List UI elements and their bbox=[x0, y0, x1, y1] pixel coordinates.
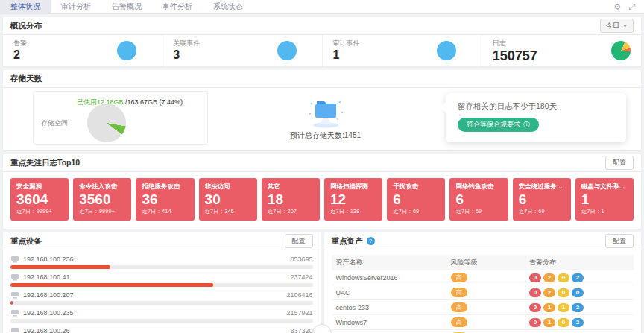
alarm-badge-low: 2 bbox=[572, 318, 584, 327]
tab-system-status[interactable]: 系统状态 bbox=[203, 0, 253, 13]
log-card-recent: 近7日：138 bbox=[330, 208, 376, 215]
alarm-badge-low: 2 bbox=[572, 273, 584, 282]
log-card[interactable]: 磁盘与文件系... 1 近7日：1 bbox=[575, 178, 634, 221]
alarm-badges: 0 2 0 0 bbox=[529, 288, 584, 297]
log-card[interactable]: 网络钓鱼攻击 6 近7日：69 bbox=[449, 178, 508, 221]
device-ip: 192.168.100.236 bbox=[23, 256, 74, 263]
storage-title: 存储天数 bbox=[10, 74, 42, 84]
device-bar-fill bbox=[10, 283, 213, 287]
tab-event-analysis[interactable]: 事件分析 bbox=[152, 0, 203, 13]
help-icon[interactable]: ? bbox=[367, 237, 375, 245]
log-card[interactable]: 安全漏洞 3604 近7日：9999+ bbox=[10, 178, 69, 221]
key-devices-title: 重点设备 bbox=[10, 236, 42, 247]
asset-row[interactable]: 192.168.100.11 中 0 0 1 0 bbox=[332, 330, 634, 333]
asset-row[interactable]: WindowsServer2016 高 0 2 0 2 bbox=[332, 270, 634, 285]
key-assets-config-button[interactable]: 配置 bbox=[605, 234, 634, 248]
device-row[interactable]: 192.168.100.41 237424 bbox=[10, 273, 313, 287]
log-card-recent: 近7日：69 bbox=[519, 208, 565, 215]
overview-card: 概况分布 今日 ▼ 告警 2 关联事件 3 审计事件 1 bbox=[3, 17, 641, 66]
asset-name: UAC bbox=[332, 285, 446, 300]
log-card[interactable]: 网络扫描探测 12 近7日：138 bbox=[324, 178, 382, 221]
device-count: 2157921 bbox=[286, 309, 312, 317]
log-card-recent: 近7日：69 bbox=[455, 208, 502, 215]
storage-space-label: 存储空间 bbox=[41, 118, 68, 128]
gear-icon[interactable]: ⚙ bbox=[613, 2, 621, 12]
top-logs-row: 安全漏洞 3604 近7日：9999+ 命令注入攻击 3560 近7日：9999… bbox=[3, 172, 641, 229]
device-row[interactable]: 192.168.100.235 2157921 bbox=[10, 309, 313, 323]
top-logs-config-button[interactable]: 配置 bbox=[605, 156, 634, 170]
column-header-asset-name: 资产名称 bbox=[332, 255, 446, 270]
log-card-value: 6 bbox=[455, 191, 502, 208]
device-icon bbox=[10, 291, 19, 299]
log-card-name: 命令注入攻击 bbox=[79, 183, 125, 191]
alarm-badge-high: 2 bbox=[543, 288, 555, 297]
compliance-text: 留存相关的日志不少于180天 bbox=[458, 101, 614, 112]
log-card-value: 3560 bbox=[79, 191, 125, 208]
log-card-name: 拒绝服务攻击 bbox=[142, 183, 188, 191]
device-row[interactable]: 192.168.100.207 2106416 bbox=[10, 291, 313, 305]
log-card[interactable]: 拒绝服务攻击 36 近7日：414 bbox=[136, 178, 194, 221]
assets-table: 资产名称 风险等级 告警分布 WindowsServer2016 高 0 2 0… bbox=[332, 255, 634, 333]
risk-badge: 高 bbox=[451, 302, 467, 312]
risk-badge: 高 bbox=[451, 273, 467, 282]
alarm-badge-low: 0 bbox=[572, 288, 584, 297]
stat-correlated-events: 关联事件 3 bbox=[162, 35, 322, 66]
alarm-badge-critical: 0 bbox=[529, 273, 541, 282]
alarm-badge-high: 1 bbox=[543, 303, 555, 312]
top-logs-title: 重点关注日志Top10 bbox=[10, 158, 80, 168]
fullscreen-icon[interactable]: ⤢ bbox=[628, 2, 635, 12]
asset-name: Windows7 bbox=[332, 315, 446, 330]
column-header-risk-level: 风险等级 bbox=[446, 255, 525, 270]
alarm-badge-critical: 0 bbox=[529, 288, 541, 297]
alarm-badges: 0 1 0 2 bbox=[529, 318, 584, 327]
tab-alert-overview[interactable]: 告警概况 bbox=[101, 0, 152, 13]
key-devices-config-button[interactable]: 配置 bbox=[285, 234, 313, 248]
alarm-badge-high: 1 bbox=[543, 318, 555, 327]
log-card[interactable]: 干扰攻击 6 近7日：69 bbox=[387, 178, 445, 221]
compliance-button[interactable]: 符合等保合规要求 ⓘ bbox=[458, 118, 539, 132]
log-card-name: 安全漏洞 bbox=[16, 183, 63, 191]
device-icon bbox=[10, 256, 19, 263]
log-card-value: 3604 bbox=[16, 191, 63, 208]
asset-row[interactable]: Windows7 高 0 1 0 2 bbox=[332, 315, 634, 330]
log-card[interactable]: 其它 18 近7日：207 bbox=[262, 178, 320, 221]
stat-audit-events: 审计事件 1 bbox=[323, 35, 482, 66]
stat-logs: 日志 150757 bbox=[482, 35, 641, 66]
device-ip: 192.168.100.26 bbox=[23, 327, 70, 333]
log-card-name: 网络钓鱼攻击 bbox=[455, 183, 502, 191]
compliance-bubble: 留存相关的日志不少于180天 符合等保合规要求 ⓘ bbox=[446, 93, 626, 142]
log-card-recent: 近7日：69 bbox=[393, 208, 439, 215]
asset-name: centos-233 bbox=[332, 300, 446, 315]
log-card-value: 36 bbox=[142, 191, 188, 208]
asset-row[interactable]: UAC 高 0 2 0 0 bbox=[332, 285, 634, 300]
log-card-recent: 近7日：207 bbox=[268, 208, 314, 215]
date-range-dropdown[interactable]: 今日 ▼ bbox=[600, 19, 634, 33]
top-logs-card: 重点关注日志Top10 配置 安全漏洞 3604 近7日：9999+ 命令注入攻… bbox=[3, 154, 641, 229]
compliance-button-label: 符合等保合规要求 bbox=[467, 120, 520, 130]
blue-circle-icon bbox=[277, 41, 297, 60]
device-row[interactable]: 192.168.100.26 837320 bbox=[10, 327, 313, 333]
storage-usage-text: 已使用12.18GB /163.67GB (7.44%) bbox=[77, 98, 183, 107]
tab-audit-analysis[interactable]: 审计分析 bbox=[51, 0, 101, 13]
log-card-name: 网络扫描探测 bbox=[330, 183, 376, 191]
log-card[interactable]: 命令注入攻击 3560 近7日：9999+ bbox=[73, 178, 131, 221]
device-row[interactable]: 192.168.100.236 853695 bbox=[10, 256, 313, 269]
blue-circle-icon bbox=[437, 41, 456, 60]
log-card[interactable]: 非法访问 30 近7日：345 bbox=[199, 178, 257, 221]
log-card-value: 18 bbox=[268, 191, 314, 208]
alarm-badge-medium: 0 bbox=[558, 318, 569, 327]
device-icon bbox=[10, 309, 19, 317]
log-card-recent: 近7日：414 bbox=[142, 208, 188, 215]
log-card-recent: 近7日：9999+ bbox=[79, 208, 125, 215]
log-card-recent: 近7日：1 bbox=[581, 208, 628, 215]
dashboard-content: 概况分布 今日 ▼ 告警 2 关联事件 3 审计事件 1 bbox=[0, 14, 644, 333]
alarm-badge-critical: 0 bbox=[529, 318, 541, 327]
device-count: 2106416 bbox=[286, 291, 312, 299]
asset-row[interactable]: centos-233 高 0 1 1 2 bbox=[332, 300, 634, 315]
device-count: 237424 bbox=[290, 273, 312, 281]
alarm-badge-medium: 0 bbox=[558, 273, 569, 282]
log-card[interactable]: 安全绕过服务攻击 6 近7日：69 bbox=[513, 178, 571, 221]
tab-overall-status[interactable]: 整体状况 bbox=[0, 0, 51, 13]
log-card-recent: 近7日：345 bbox=[205, 208, 251, 215]
log-card-name: 磁盘与文件系... bbox=[581, 183, 628, 191]
